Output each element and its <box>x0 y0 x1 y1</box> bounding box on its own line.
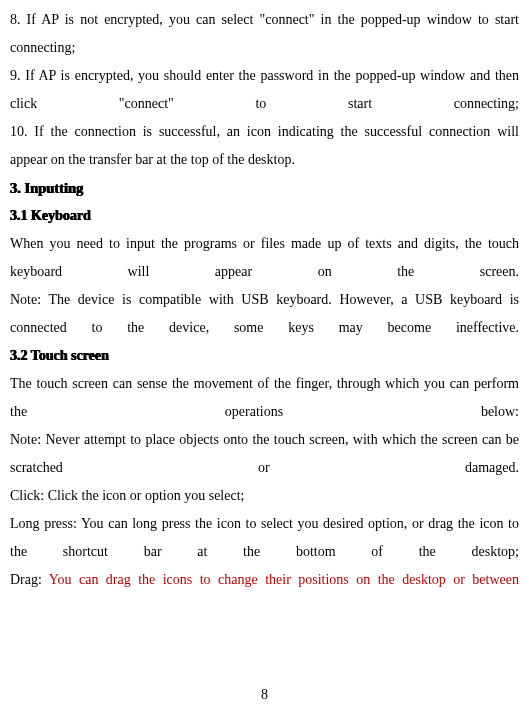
paragraph-touch-intro: The touch screen can sense the movement … <box>10 370 519 426</box>
paragraph-click: Click: Click the icon or option you sele… <box>10 482 519 510</box>
drag-label: Drag: <box>10 572 49 587</box>
paragraph-touch-note: Note: Never attempt to place objects ont… <box>10 426 519 482</box>
heading-touch-screen: 3.2 Touch screen <box>10 342 519 370</box>
paragraph-step-9: 9. If AP is encrypted, you should enter … <box>10 62 519 118</box>
paragraph-keyboard-intro: When you need to input the programs or f… <box>10 230 519 286</box>
paragraph-drag: Drag: You can drag the icons to change t… <box>10 566 519 594</box>
paragraph-keyboard-note: Note: The device is compatible with USB … <box>10 286 519 342</box>
heading-inputting: 3. Inputting <box>10 174 519 202</box>
paragraph-step-8: 8. If AP is not encrypted, you can selec… <box>10 6 519 62</box>
document-page: 8. If AP is not encrypted, you can selec… <box>0 0 529 711</box>
paragraph-long-press: Long press: You can long press the icon … <box>10 510 519 566</box>
heading-keyboard: 3.1 Keyboard <box>10 202 519 230</box>
page-number: 8 <box>0 687 529 703</box>
paragraph-step-10: 10. If the connection is successful, an … <box>10 118 519 174</box>
drag-red-text: You can drag the icons to change their p… <box>49 572 519 587</box>
